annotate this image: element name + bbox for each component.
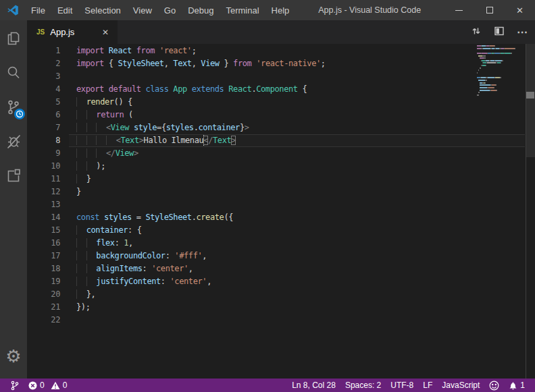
encoding-setting[interactable]: UTF-8	[386, 379, 418, 392]
sidebar-item-extensions[interactable]	[0, 159, 27, 192]
sidebar-item-debug[interactable]	[0, 125, 27, 158]
token	[132, 46, 136, 55]
tab-close-icon[interactable]: ✕	[100, 26, 111, 38]
line-number[interactable]: 16	[27, 237, 60, 250]
line-number[interactable]: 10	[27, 160, 60, 173]
menu-debug[interactable]: Debug	[182, 0, 220, 20]
tab-appjs[interactable]: JS App.js ✕	[27, 20, 118, 44]
line-number[interactable]: 14	[27, 211, 60, 224]
error-icon	[28, 381, 37, 390]
line-number[interactable]: 9	[27, 147, 60, 160]
eol-setting[interactable]: LF	[418, 379, 437, 392]
line-number[interactable]: 2	[27, 57, 60, 70]
line-number[interactable]: 15	[27, 224, 60, 237]
code-line[interactable]: 13	[27, 198, 535, 211]
line-number[interactable]: 18	[27, 262, 60, 275]
code-line[interactable]: 6 return (	[27, 109, 535, 121]
sync-changes-icon[interactable]	[471, 26, 482, 39]
line-number[interactable]: 20	[27, 288, 60, 301]
token: from	[233, 59, 251, 68]
token: >	[245, 123, 249, 132]
line-number[interactable]: 12	[27, 186, 60, 198]
token: justifyContent	[96, 277, 161, 286]
indent-guide	[76, 277, 86, 286]
menu-terminal[interactable]: Terminal	[220, 0, 265, 20]
close-button[interactable]: ✕	[505, 0, 535, 20]
line-number[interactable]: 4	[27, 83, 60, 96]
code-text: render() {	[76, 96, 132, 109]
menu-file[interactable]: File	[25, 0, 51, 20]
line-number[interactable]: 21	[27, 301, 60, 314]
code-line[interactable]: 19 justifyContent: 'center',	[27, 275, 535, 288]
line-number[interactable]: 5	[27, 96, 60, 109]
cursor-position[interactable]: Ln 8, Col 28	[287, 379, 340, 392]
code-line[interactable]: 8 <Text>Hallo Ilmenau</Text>	[27, 134, 535, 147]
code-line[interactable]: 14const styles = StyleSheet.create({	[27, 211, 535, 224]
minimize-button[interactable]	[444, 0, 474, 20]
menu-selection[interactable]: Selection	[78, 0, 126, 20]
code-line[interactable]: 10 );	[27, 160, 535, 173]
minimap-line	[477, 96, 526, 98]
line-number[interactable]: 22	[27, 314, 60, 327]
line-number[interactable]: 1	[27, 45, 60, 57]
manage-gear-icon[interactable]: ⚙	[0, 344, 27, 368]
minimap-line	[477, 82, 526, 84]
menu-bar: File Edit Selection View Go Debug Termin…	[25, 0, 295, 20]
git-branch-indicator[interactable]	[5, 379, 24, 392]
line-number[interactable]: 19	[27, 275, 60, 288]
token: backgroundColor	[96, 251, 165, 260]
token: :	[143, 264, 152, 273]
token: StyleSheet	[118, 59, 163, 68]
vscode-logo-icon	[7, 4, 19, 16]
line-number[interactable]: 13	[27, 198, 60, 211]
code-line[interactable]: 5 render() {	[27, 96, 535, 109]
code-line[interactable]: 11 }	[27, 173, 535, 186]
code-line[interactable]: 15 container: {	[27, 224, 535, 237]
menu-view[interactable]: View	[127, 0, 158, 20]
line-number[interactable]: 3	[27, 70, 60, 83]
token: ={	[157, 123, 166, 132]
code-text: }	[76, 186, 81, 198]
code-line[interactable]: 2import { StyleSheet, Text, View } from …	[27, 57, 535, 70]
overview-ruler[interactable]	[526, 44, 535, 379]
scrollbar-slider[interactable]	[526, 44, 535, 157]
indentation-setting[interactable]: Spaces: 2	[340, 379, 386, 392]
maximize-button[interactable]	[474, 0, 505, 20]
code-line[interactable]: 7 <View style={styles.container}>	[27, 121, 535, 134]
editor[interactable]: 1import React from 'react';2import { Sty…	[27, 44, 535, 379]
more-actions-icon[interactable]: ⋯	[517, 26, 528, 38]
code-area[interactable]: 1import React from 'react';2import { Sty…	[27, 45, 535, 327]
minimap-line	[477, 80, 526, 81]
code-line[interactable]: 9 </View>	[27, 147, 535, 160]
code-line[interactable]: 18 alignItems: 'center',	[27, 262, 535, 275]
menu-help[interactable]: Help	[265, 0, 296, 20]
code-line[interactable]: 1import React from 'react';	[27, 45, 535, 57]
line-number[interactable]: 11	[27, 173, 60, 186]
language-mode[interactable]: JavaScript	[437, 379, 484, 392]
sidebar-item-search[interactable]	[0, 56, 27, 89]
split-editor-icon[interactable]	[494, 26, 505, 39]
menu-go[interactable]: Go	[158, 0, 182, 20]
line-number[interactable]: 8	[27, 134, 60, 147]
code-line[interactable]: 16 flex: 1,	[27, 237, 535, 250]
code-line[interactable]: 17 backgroundColor: '#fff',	[27, 250, 535, 262]
extensions-icon	[5, 167, 22, 185]
line-number[interactable]: 17	[27, 250, 60, 262]
code-line[interactable]: 21});	[27, 301, 535, 314]
code-line[interactable]: 22	[27, 314, 535, 327]
code-line[interactable]: 12}	[27, 186, 535, 198]
sidebar-item-explorer[interactable]	[0, 22, 27, 55]
line-number[interactable]: 7	[27, 121, 60, 134]
feedback-smiley[interactable]	[484, 379, 504, 392]
minimap[interactable]	[474, 45, 526, 99]
sidebar-item-source-control[interactable]	[0, 90, 27, 123]
code-line[interactable]: 3	[27, 70, 535, 83]
search-icon	[5, 64, 22, 82]
line-number[interactable]: 6	[27, 109, 60, 121]
code-line[interactable]: 4export default class App extends React.…	[27, 83, 535, 96]
notifications-indicator[interactable]: 1	[504, 379, 530, 392]
token: return	[96, 110, 124, 119]
menu-edit[interactable]: Edit	[51, 0, 78, 20]
code-line[interactable]: 20 },	[27, 288, 535, 301]
problems-indicator[interactable]: 0 0	[24, 379, 72, 392]
